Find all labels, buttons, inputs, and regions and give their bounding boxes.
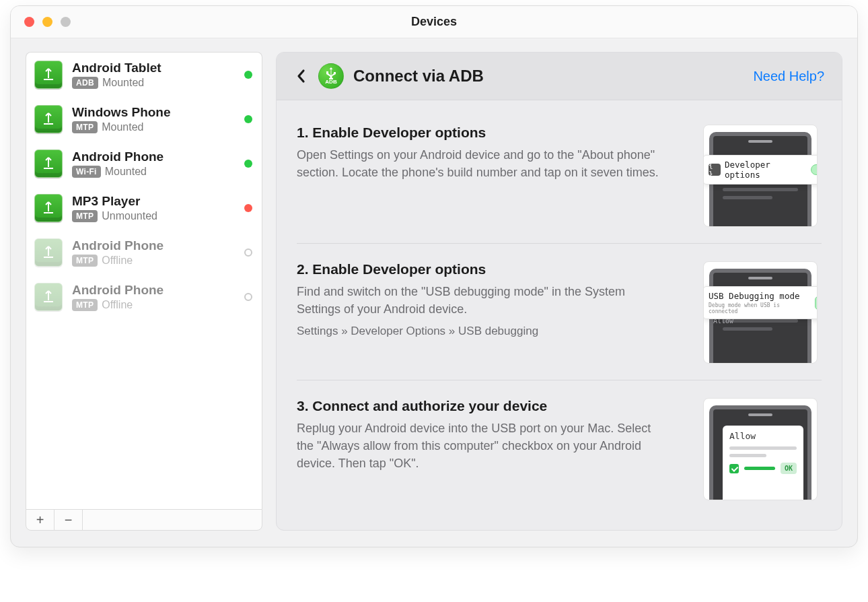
status-indicator-icon [244,115,252,123]
device-text: Android Phone MTP Offline [72,238,235,267]
main-panel: ADB Connect via ADB Need Help? 1. Enable… [276,52,842,531]
step-body: Replug your Android device into the USB … [297,420,670,472]
close-window-button[interactable] [24,17,34,27]
status-indicator-icon [244,160,252,168]
card-label: Developer options [725,160,807,180]
phone-speaker-icon [748,277,772,279]
device-row[interactable]: Android Phone MTP Offline [26,275,262,319]
phone-mockup: { } Developer options [703,125,818,227]
device-icon [34,238,63,267]
device-text: MP3 Player MTP Unmounted [72,194,235,222]
phone-body: Allow OK [709,405,811,500]
device-row[interactable]: MP3 Player MTP Unmounted [26,186,262,230]
window-controls [11,17,71,27]
step-illustration: Allow USB Debugging mode Debug mode when… [687,261,822,364]
code-braces-icon: { } [709,164,721,176]
status-indicator-icon [244,293,252,301]
device-name: MP3 Player [72,194,235,209]
device-name: Android Phone [72,149,235,164]
device-row[interactable]: Android Tablet ADB Mounted [26,53,262,97]
add-device-button[interactable]: + [26,510,55,530]
step-1: 1. Enable Developer options Open Setting… [297,107,822,244]
device-name: Android Phone [72,238,235,253]
sidebar: Android Tablet ADB Mounted Windows Phone [26,52,262,531]
footer-spacer [83,510,262,530]
allow-label: Allow [729,431,797,441]
step-body: Open Settings on your Android device and… [297,146,670,181]
phone-mockup: Allow OK [703,398,818,500]
device-icon [34,194,63,222]
minimize-window-button[interactable] [42,17,52,27]
step-title: 2. Enable Developer options [297,261,670,277]
protocol-badge: ADB [72,77,98,89]
text-placeholder-icon [744,467,775,470]
status-indicator-icon [244,248,252,257]
protocol-badge: MTP [72,299,98,311]
step-text: 3. Connect and authorize your device Rep… [297,398,670,500]
adb-badge-text: ADB [325,79,336,85]
device-subline: ADB Mounted [72,77,235,89]
preferences-window: Devices Android Tablet ADB Mounted [10,5,858,547]
device-subline: Wi-Fi Mounted [72,166,235,178]
device-subline: MTP Offline [72,299,235,311]
steps-container: 1. Enable Developer options Open Setting… [277,100,842,530]
authorize-dialog: Allow OK [723,426,803,500]
ok-button-mock: OK [781,463,797,474]
device-status: Mounted [102,121,143,133]
device-text: Android Tablet ADB Mounted [72,61,235,89]
device-status: Mounted [102,77,144,89]
device-row[interactable]: Android Phone MTP Offline [26,230,262,275]
phone-speaker-icon [748,140,772,143]
device-subline: MTP Mounted [72,121,235,133]
remove-device-button[interactable]: − [55,510,83,530]
device-status: Offline [102,299,133,311]
protocol-badge: MTP [72,210,98,222]
always-allow-row: OK [729,463,797,474]
device-text: Android Phone Wi-Fi Mounted [72,149,235,178]
protocol-badge: MTP [72,255,98,267]
phone-speaker-icon [748,413,772,416]
card-sublabel: Debug mode when USB is connected [709,302,811,314]
zoom-window-button[interactable] [61,17,71,27]
window-title: Devices [11,15,857,29]
panel-header: ADB Connect via ADB Need Help? [277,53,842,100]
device-subline: MTP Offline [72,255,235,267]
checkbox-checked-icon: ✓ [815,296,818,310]
back-button[interactable] [294,67,309,86]
protocol-badge: Wi-Fi [72,166,101,178]
device-status: Unmounted [102,210,157,222]
titlebar: Devices [11,6,857,38]
step-body: Find and switch on the "USB debugging mo… [297,283,670,318]
device-icon [34,149,63,178]
device-icon [34,105,63,133]
step-breadcrumb: Settings » Developer Options » USB debug… [297,325,670,338]
content-area: Android Tablet ADB Mounted Windows Phone [11,38,857,547]
device-status: Mounted [105,166,147,178]
step-3: 3. Connect and authorize your device Rep… [297,380,822,516]
device-row[interactable]: Android Phone Wi-Fi Mounted [26,141,262,186]
device-name: Windows Phone [72,105,235,120]
device-text: Windows Phone MTP Mounted [72,105,235,133]
developer-options-card: { } Developer options [703,155,818,185]
checkbox-checked-icon [729,464,739,473]
need-help-link[interactable]: Need Help? [753,69,824,84]
device-subline: MTP Unmounted [72,210,235,222]
toggle-on-icon [811,164,818,175]
phone-mockup: Allow USB Debugging mode Debug mode when… [703,261,818,364]
step-title: 1. Enable Developer options [297,125,670,141]
usb-adb-icon: ADB [318,63,344,89]
device-icon [34,283,63,311]
device-row[interactable]: Windows Phone MTP Mounted [26,97,262,141]
device-name: Android Phone [72,283,235,298]
device-list-footer: + − [26,509,262,531]
usb-glyph-icon [326,67,336,79]
chevron-left-icon [296,68,307,84]
step-text: 1. Enable Developer options Open Setting… [297,125,670,227]
step-illustration: Allow OK [687,398,822,500]
step-2: 2. Enable Developer options Find and swi… [297,244,822,380]
device-name: Android Tablet [72,61,235,75]
device-status: Offline [102,255,133,267]
status-indicator-icon [244,71,252,79]
device-list: Android Tablet ADB Mounted Windows Phone [26,52,262,509]
step-text: 2. Enable Developer options Find and swi… [297,261,670,364]
